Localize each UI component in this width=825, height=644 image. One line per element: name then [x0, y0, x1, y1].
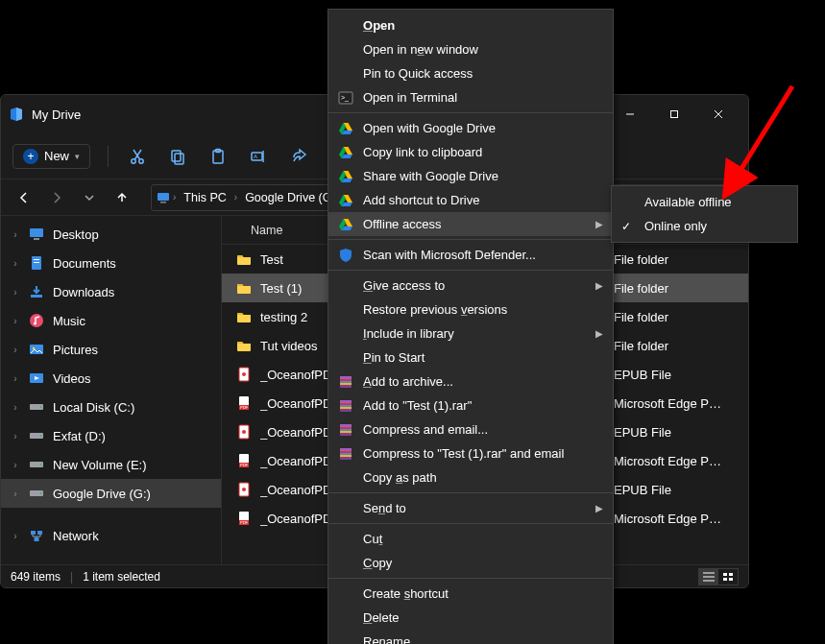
sidebar-item-google-drive-g-[interactable]: ›Google Drive (G:): [1, 479, 221, 508]
sidebar-item-music[interactable]: ›Music: [1, 306, 221, 335]
check-icon: ✓: [621, 220, 631, 233]
sidebar-label: New Volume (E:): [53, 458, 147, 472]
menu-item-offline-access[interactable]: Offline access▶: [328, 212, 613, 236]
svg-rect-18: [160, 202, 166, 203]
menu-item-pin-to-start[interactable]: Pin to Start: [328, 346, 613, 370]
pc-icon: [156, 190, 171, 205]
sidebar-label: Exfat (D:): [53, 429, 106, 443]
menu-item-open-with-google-drive[interactable]: Open with Google Drive: [328, 116, 613, 140]
context-menu: OpenOpen in new windowPin to Quick acces…: [328, 9, 614, 644]
videos-icon: [28, 370, 45, 386]
menu-item-add-shortcut-to-drive[interactable]: Add shortcut to Drive: [328, 188, 613, 212]
back-button[interactable]: [11, 184, 37, 211]
folder-icon: [235, 309, 253, 324]
menu-item-send-to[interactable]: Send to▶: [328, 496, 613, 520]
sidebar-label: Network: [53, 529, 99, 543]
maximize-button[interactable]: [652, 95, 696, 133]
sidebar-label: Music: [53, 314, 85, 328]
svg-rect-96: [340, 427, 352, 429]
menu-separator: [328, 578, 613, 579]
desktop-icon: [28, 227, 45, 242]
chevron-right-icon: ›: [11, 402, 20, 413]
breadcrumb-this-pc[interactable]: This PC: [178, 189, 231, 206]
svg-rect-24: [31, 295, 42, 298]
menu-item-include-in-library[interactable]: Include in library▶: [328, 322, 613, 346]
folder-icon: [235, 251, 253, 267]
sidebar-item-new-volume-e-[interactable]: ›New Volume (E:): [1, 450, 221, 479]
defender-icon: [337, 247, 354, 264]
menu-label: Compress to "Test (1).rar" and email: [363, 446, 564, 461]
submenu-label: Online only: [644, 219, 707, 233]
icons-view-button[interactable]: [718, 569, 738, 584]
share-icon[interactable]: [287, 145, 310, 168]
menu-item-compress-to-test-1-rar-and-email[interactable]: Compress to "Test (1).rar" and email: [328, 441, 613, 465]
svg-rect-66: [729, 578, 733, 581]
submenu-item-online-only[interactable]: ✓Online only: [612, 214, 797, 238]
menu-item-compress-and-email[interactable]: Compress and email...: [328, 417, 613, 441]
menu-item-add-to-test-1-rar[interactable]: Add to "Test (1).rar": [328, 394, 613, 417]
cut-icon[interactable]: [126, 145, 149, 168]
menu-label: Give access to: [363, 278, 445, 293]
svg-rect-93: [340, 407, 352, 409]
svg-point-56: [242, 488, 246, 491]
chevron-right-icon: ›: [11, 431, 20, 441]
chevron-right-icon: ▶: [595, 328, 603, 339]
copy-icon[interactable]: [166, 145, 189, 168]
menu-label: Add to archive...: [363, 374, 453, 389]
submenu-item-available-offline[interactable]: Available offline: [612, 190, 797, 214]
svg-point-36: [40, 464, 42, 465]
up-button[interactable]: [109, 184, 135, 211]
sidebar: ›Desktop›Documents›Downloads›Music›Pictu…: [1, 216, 222, 564]
svg-rect-39: [31, 531, 36, 535]
menu-item-give-access-to[interactable]: Give access to▶: [328, 274, 613, 298]
menu-item-share-with-google-drive[interactable]: Share with Google Drive: [328, 164, 613, 188]
svg-rect-65: [723, 578, 727, 581]
menu-item-cut[interactable]: Cut: [328, 527, 613, 551]
menu-item-copy[interactable]: Copy: [328, 551, 613, 575]
menu-item-restore-previous-versions[interactable]: Restore previous versions: [328, 298, 613, 322]
menu-item-copy-link-to-clipboard[interactable]: Copy link to clipboard: [328, 140, 613, 164]
svg-rect-19: [30, 228, 43, 237]
menu-item-create-shortcut[interactable]: Create shortcut: [328, 582, 613, 606]
network-icon: [28, 528, 45, 543]
menu-item-open-in-terminal[interactable]: >_Open in Terminal: [328, 85, 613, 109]
toolbar-divider: [108, 146, 109, 167]
sidebar-item-exfat-d-[interactable]: ›Exfat (D:): [1, 421, 221, 450]
menu-item-delete[interactable]: Delete: [328, 606, 613, 630]
menu-item-rename[interactable]: Rename: [328, 630, 613, 644]
menu-label: Open in Terminal: [363, 90, 457, 105]
rename-icon[interactable]: A: [247, 145, 270, 168]
menu-item-pin-to-quick-access[interactable]: Pin to Quick access: [328, 61, 613, 85]
sidebar-item-desktop[interactable]: ›Desktop: [1, 220, 221, 249]
sidebar-item-downloads[interactable]: ›Downloads: [1, 277, 221, 306]
recent-button[interactable]: [76, 184, 103, 211]
file-type: EPUB File: [614, 425, 671, 440]
sidebar-item-network[interactable]: ›Network: [1, 521, 221, 550]
forward-button[interactable]: [43, 184, 70, 211]
plus-icon: +: [23, 149, 38, 164]
menu-item-scan-with-microsoft-defender[interactable]: Scan with Microsoft Defender...: [328, 243, 613, 267]
chevron-right-icon: ›: [173, 192, 176, 203]
paste-icon[interactable]: [206, 145, 230, 168]
new-button[interactable]: + New ▾: [12, 144, 90, 169]
close-button[interactable]: [696, 95, 740, 133]
file-type: EPUB File: [614, 368, 671, 382]
minimize-button[interactable]: [608, 95, 652, 133]
details-view-button[interactable]: [699, 569, 718, 584]
svg-rect-23: [34, 262, 39, 263]
sidebar-item-documents[interactable]: ›Documents: [1, 249, 221, 277]
svg-rect-3: [671, 111, 678, 118]
gdrive-icon: [337, 168, 354, 185]
menu-item-copy-as-path[interactable]: Copy as path: [328, 465, 613, 489]
sidebar-item-videos[interactable]: ›Videos: [1, 364, 221, 393]
menu-item-open-in-new-window[interactable]: Open in new window: [328, 37, 613, 61]
sidebar-item-local-disk-c-[interactable]: ›Local Disk (C:): [1, 393, 221, 421]
pdf-icon: PDF: [235, 511, 253, 526]
menu-item-add-to-archive[interactable]: Add to archive...: [328, 370, 613, 394]
file-type: Microsoft Edge P…: [614, 396, 721, 411]
svg-text:>_: >_: [341, 94, 349, 102]
menu-item-open[interactable]: Open: [328, 13, 613, 37]
svg-marker-1: [16, 107, 22, 121]
sidebar-item-pictures[interactable]: ›Pictures: [1, 335, 221, 364]
status-selected: 1 item selected: [83, 570, 160, 584]
